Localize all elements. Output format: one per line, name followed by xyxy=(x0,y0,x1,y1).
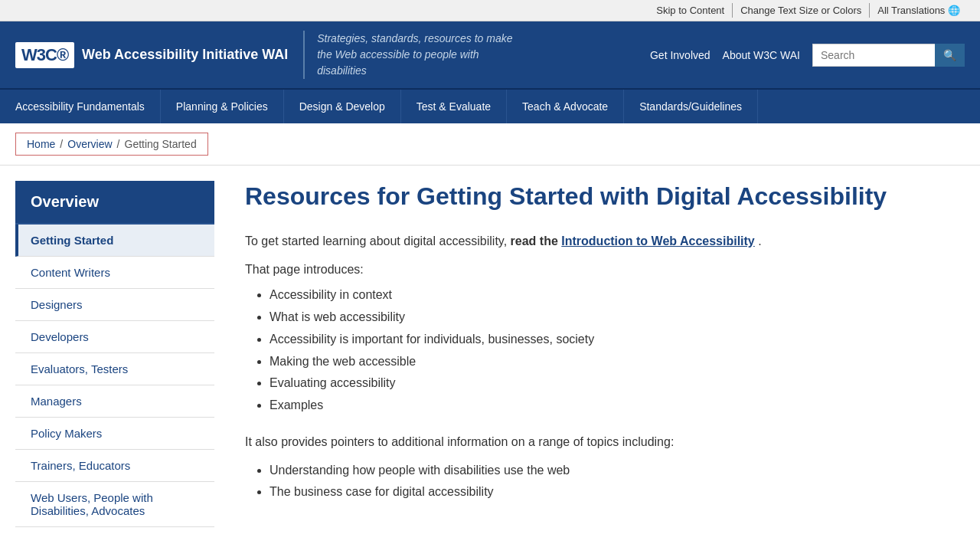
sidebar-item-managers[interactable]: Managers xyxy=(15,385,214,418)
breadcrumb-home[interactable]: Home xyxy=(27,138,55,150)
translations-link[interactable]: All Translations 🌐 xyxy=(870,3,968,18)
sidebar-item-content-writers[interactable]: Content Writers xyxy=(15,257,214,289)
search-icon: 🔍 xyxy=(943,49,956,61)
main-content: Resources for Getting Started with Digit… xyxy=(237,181,965,527)
sidebar-item-trainers-educators[interactable]: Trainers, Educators xyxy=(15,450,214,482)
skip-to-content-link[interactable]: Skip to Content xyxy=(648,3,733,18)
header-right: Get Involved About W3C WAI 🔍 xyxy=(650,44,965,67)
sidebar-item-developers[interactable]: Developers xyxy=(15,321,214,353)
change-text-link[interactable]: Change Text Size or Colors xyxy=(733,3,870,18)
sidebar-item-web-users-advocates[interactable]: Web Users, People with Disabilities, Adv… xyxy=(15,482,214,527)
intro-prefix: To get started learning about digital ac… xyxy=(245,234,507,247)
list-item: Accessibility in context xyxy=(270,284,957,307)
nav-item-accessibility-fundamentals[interactable]: Accessibility Fundamentals xyxy=(0,90,161,123)
also-text: It also provides pointers to additional … xyxy=(245,432,957,452)
intro-suffix: . xyxy=(758,234,761,247)
w3c-logo: W3C® xyxy=(15,42,74,68)
utility-bar: Skip to Content Change Text Size or Colo… xyxy=(0,0,980,21)
globe-icon: 🌐 xyxy=(948,5,960,16)
list-item: Understanding how people with disabiliti… xyxy=(270,460,957,482)
sidebar: Overview Getting Started Content Writers… xyxy=(15,181,214,527)
sidebar-item-policy-makers[interactable]: Policy Makers xyxy=(15,418,214,450)
nav-item-planning-policies[interactable]: Planning & Policies xyxy=(161,90,284,123)
search-button[interactable]: 🔍 xyxy=(935,44,965,67)
page-layout: Overview Getting Started Content Writers… xyxy=(0,166,980,543)
logo-link[interactable]: W3C® Web Accessibility Initiative WAI xyxy=(15,42,288,68)
nav-item-design-develop[interactable]: Design & Develop xyxy=(284,90,401,123)
breadcrumb-overview[interactable]: Overview xyxy=(67,138,112,150)
list-item: What is web accessibility xyxy=(270,307,957,329)
site-header: W3C® Web Accessibility Initiative WAI St… xyxy=(0,21,980,88)
breadcrumb-wrapper: Home / Overview / Getting Started xyxy=(0,123,980,166)
sidebar-item-getting-started[interactable]: Getting Started xyxy=(15,225,214,257)
sidebar-heading: Overview xyxy=(15,181,214,225)
bullet-list: Accessibility in context What is web acc… xyxy=(245,284,957,417)
search-form[interactable]: 🔍 xyxy=(812,44,965,67)
breadcrumb: Home / Overview / Getting Started xyxy=(15,133,208,156)
breadcrumb-current: Getting Started xyxy=(125,138,197,150)
nav-item-test-evaluate[interactable]: Test & Evaluate xyxy=(401,90,507,123)
get-involved-link[interactable]: Get Involved xyxy=(650,49,710,61)
intro-text: To get started learning about digital ac… xyxy=(245,231,957,251)
search-input[interactable] xyxy=(812,44,935,67)
nav-item-teach-advocate[interactable]: Teach & Advocate xyxy=(507,90,624,123)
list-item: Accessibility is important for individua… xyxy=(270,329,957,351)
list-item: Evaluating accessibility xyxy=(270,372,957,395)
list-item: Making the web accessible xyxy=(270,351,957,373)
nav-item-standards-guidelines[interactable]: Standards/Guidelines xyxy=(624,90,758,123)
about-link[interactable]: About W3C WAI xyxy=(723,49,800,61)
list-item: Examples xyxy=(270,395,957,417)
sidebar-item-designers[interactable]: Designers xyxy=(15,289,214,321)
main-nav: Accessibility Fundamentals Planning & Po… xyxy=(0,88,980,123)
page-heading: Resources for Getting Started with Digit… xyxy=(245,181,957,213)
introduces-text: That page introduces: xyxy=(245,263,957,277)
intro-bold: read the Introduction to Web Accessibili… xyxy=(511,234,759,247)
breadcrumb-sep-1: / xyxy=(60,138,63,150)
list-item: The business case for digital accessibil… xyxy=(270,481,957,503)
wai-title: Web Accessibility Initiative WAI xyxy=(82,47,288,64)
bullet-list-2: Understanding how people with disabiliti… xyxy=(245,460,957,504)
header-tagline: Strategies, standards, resources to make… xyxy=(303,31,635,79)
sidebar-item-evaluators-testers[interactable]: Evaluators, Testers xyxy=(15,353,214,385)
translations-text: All Translations xyxy=(877,5,945,16)
breadcrumb-sep-2: / xyxy=(117,138,120,150)
intro-link[interactable]: Introduction to Web Accessibility xyxy=(561,234,754,247)
